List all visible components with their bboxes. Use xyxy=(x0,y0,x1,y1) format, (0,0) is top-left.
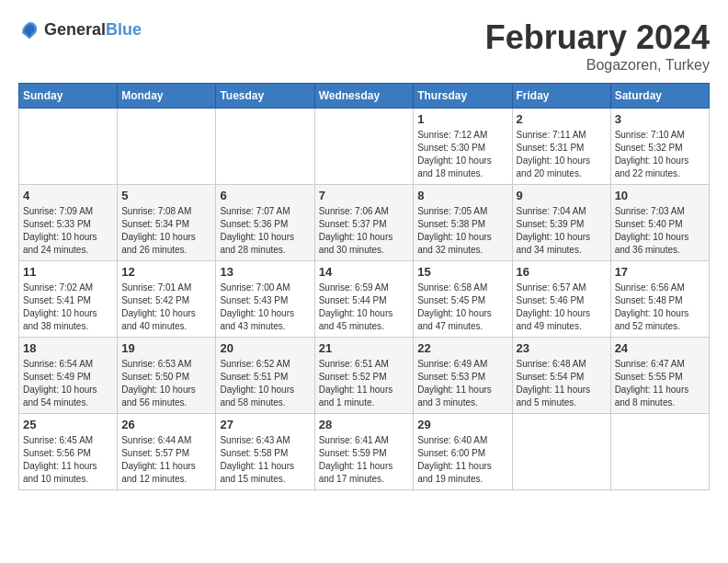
day-info: Sunrise: 6:49 AMSunset: 5:53 PMDaylight:… xyxy=(417,358,507,409)
weekday-row: SundayMondayTuesdayWednesdayThursdayFrid… xyxy=(19,84,710,109)
calendar-cell: 19Sunrise: 6:53 AMSunset: 5:50 PMDayligh… xyxy=(118,338,216,414)
calendar-table: SundayMondayTuesdayWednesdayThursdayFrid… xyxy=(18,83,710,490)
calendar-cell xyxy=(118,109,216,185)
calendar-body: 1Sunrise: 7:12 AMSunset: 5:30 PMDaylight… xyxy=(19,109,710,490)
day-number: 26 xyxy=(121,418,211,431)
calendar-cell: 22Sunrise: 6:49 AMSunset: 5:53 PMDayligh… xyxy=(414,338,512,414)
calendar-cell: 12Sunrise: 7:01 AMSunset: 5:42 PMDayligh… xyxy=(118,261,216,338)
title-block: February 2024 Bogazoren, Turkey xyxy=(485,18,710,74)
day-info: Sunrise: 6:41 AMSunset: 5:59 PMDaylight:… xyxy=(319,434,410,486)
day-info: Sunrise: 6:40 AMSunset: 6:00 PMDaylight:… xyxy=(417,434,507,486)
day-number: 12 xyxy=(121,265,211,279)
day-number: 3 xyxy=(615,112,705,126)
day-number: 9 xyxy=(517,189,607,202)
calendar-cell: 26Sunrise: 6:44 AMSunset: 5:57 PMDayligh… xyxy=(118,414,216,490)
day-info: Sunrise: 6:53 AMSunset: 5:50 PMDaylight:… xyxy=(121,358,211,409)
day-info: Sunrise: 7:09 AMSunset: 5:33 PMDaylight:… xyxy=(23,205,113,257)
weekday-header: Wednesday xyxy=(314,84,414,109)
day-number: 23 xyxy=(517,341,607,355)
day-info: Sunrise: 6:44 AMSunset: 5:57 PMDaylight:… xyxy=(121,434,211,486)
day-info: Sunrise: 6:43 AMSunset: 5:58 PMDaylight:… xyxy=(220,434,310,486)
calendar-cell: 28Sunrise: 6:41 AMSunset: 5:59 PMDayligh… xyxy=(314,414,414,490)
calendar-week-row: 1Sunrise: 7:12 AMSunset: 5:30 PMDaylight… xyxy=(19,109,710,185)
day-info: Sunrise: 7:06 AMSunset: 5:37 PMDaylight:… xyxy=(319,205,410,257)
day-info: Sunrise: 7:08 AMSunset: 5:34 PMDaylight:… xyxy=(121,205,211,257)
calendar-cell xyxy=(314,109,414,185)
day-info: Sunrise: 7:02 AMSunset: 5:41 PMDaylight:… xyxy=(23,282,113,333)
calendar-cell: 29Sunrise: 6:40 AMSunset: 6:00 PMDayligh… xyxy=(414,414,512,490)
calendar-cell: 8Sunrise: 7:05 AMSunset: 5:38 PMDaylight… xyxy=(414,185,512,261)
calendar-cell: 25Sunrise: 6:45 AMSunset: 5:56 PMDayligh… xyxy=(19,414,118,490)
calendar-cell xyxy=(610,414,709,490)
calendar-cell: 27Sunrise: 6:43 AMSunset: 5:58 PMDayligh… xyxy=(216,414,314,490)
weekday-header: Thursday xyxy=(414,84,512,109)
day-info: Sunrise: 6:45 AMSunset: 5:56 PMDaylight:… xyxy=(23,434,113,486)
day-info: Sunrise: 7:03 AMSunset: 5:40 PMDaylight:… xyxy=(615,205,705,257)
weekday-header: Tuesday xyxy=(216,84,314,109)
calendar-week-row: 18Sunrise: 6:54 AMSunset: 5:49 PMDayligh… xyxy=(19,338,710,414)
weekday-header: Monday xyxy=(118,84,216,109)
day-number: 5 xyxy=(121,189,211,202)
day-info: Sunrise: 6:51 AMSunset: 5:52 PMDaylight:… xyxy=(319,358,410,409)
day-number: 18 xyxy=(23,341,113,355)
day-number: 27 xyxy=(220,418,310,431)
calendar-cell: 6Sunrise: 7:07 AMSunset: 5:36 PMDaylight… xyxy=(216,185,314,261)
logo: GeneralBlue xyxy=(18,18,142,40)
calendar-week-row: 25Sunrise: 6:45 AMSunset: 5:56 PMDayligh… xyxy=(19,414,710,490)
day-info: Sunrise: 7:04 AMSunset: 5:39 PMDaylight:… xyxy=(517,205,607,257)
calendar-cell: 18Sunrise: 6:54 AMSunset: 5:49 PMDayligh… xyxy=(19,338,118,414)
day-number: 15 xyxy=(417,265,507,279)
calendar-cell: 9Sunrise: 7:04 AMSunset: 5:39 PMDaylight… xyxy=(512,185,610,261)
calendar-cell xyxy=(512,414,610,490)
day-number: 7 xyxy=(319,189,410,202)
day-number: 4 xyxy=(23,189,113,202)
day-info: Sunrise: 6:52 AMSunset: 5:51 PMDaylight:… xyxy=(220,358,310,409)
weekday-header: Sunday xyxy=(19,84,118,109)
subtitle: Bogazoren, Turkey xyxy=(485,57,710,74)
day-info: Sunrise: 7:12 AMSunset: 5:30 PMDaylight:… xyxy=(417,129,507,180)
day-number: 2 xyxy=(517,112,607,126)
calendar-cell: 13Sunrise: 7:00 AMSunset: 5:43 PMDayligh… xyxy=(216,261,314,338)
day-number: 8 xyxy=(417,189,507,202)
day-number: 17 xyxy=(615,265,705,279)
calendar-cell: 16Sunrise: 6:57 AMSunset: 5:46 PMDayligh… xyxy=(512,261,610,338)
day-info: Sunrise: 6:54 AMSunset: 5:49 PMDaylight:… xyxy=(23,358,113,409)
calendar-cell: 14Sunrise: 6:59 AMSunset: 5:44 PMDayligh… xyxy=(314,261,414,338)
day-info: Sunrise: 7:10 AMSunset: 5:32 PMDaylight:… xyxy=(615,129,705,180)
day-number: 10 xyxy=(615,189,705,202)
logo-icon xyxy=(18,18,40,40)
logo-text: GeneralBlue xyxy=(44,20,142,40)
day-number: 11 xyxy=(23,265,113,279)
calendar-header: SundayMondayTuesdayWednesdayThursdayFrid… xyxy=(19,84,710,109)
day-number: 21 xyxy=(319,341,410,355)
calendar-week-row: 4Sunrise: 7:09 AMSunset: 5:33 PMDaylight… xyxy=(19,185,710,261)
calendar-cell: 4Sunrise: 7:09 AMSunset: 5:33 PMDaylight… xyxy=(19,185,118,261)
day-number: 22 xyxy=(417,341,507,355)
day-info: Sunrise: 7:00 AMSunset: 5:43 PMDaylight:… xyxy=(220,282,310,333)
calendar-week-row: 11Sunrise: 7:02 AMSunset: 5:41 PMDayligh… xyxy=(19,261,710,338)
logo-general: General xyxy=(44,20,106,39)
calendar-cell: 7Sunrise: 7:06 AMSunset: 5:37 PMDaylight… xyxy=(314,185,414,261)
calendar-cell: 21Sunrise: 6:51 AMSunset: 5:52 PMDayligh… xyxy=(314,338,414,414)
calendar-cell: 17Sunrise: 6:56 AMSunset: 5:48 PMDayligh… xyxy=(610,261,709,338)
day-number: 29 xyxy=(417,418,507,431)
calendar-cell: 20Sunrise: 6:52 AMSunset: 5:51 PMDayligh… xyxy=(216,338,314,414)
day-number: 14 xyxy=(319,265,410,279)
day-info: Sunrise: 7:07 AMSunset: 5:36 PMDaylight:… xyxy=(220,205,310,257)
day-number: 6 xyxy=(220,189,310,202)
day-info: Sunrise: 6:48 AMSunset: 5:54 PMDaylight:… xyxy=(517,358,607,409)
calendar-cell: 24Sunrise: 6:47 AMSunset: 5:55 PMDayligh… xyxy=(610,338,709,414)
calendar-cell: 5Sunrise: 7:08 AMSunset: 5:34 PMDaylight… xyxy=(118,185,216,261)
day-number: 20 xyxy=(220,341,310,355)
calendar-cell xyxy=(19,109,118,185)
day-info: Sunrise: 7:11 AMSunset: 5:31 PMDaylight:… xyxy=(517,129,607,180)
day-number: 16 xyxy=(517,265,607,279)
day-number: 25 xyxy=(23,418,113,431)
calendar-cell xyxy=(216,109,314,185)
weekday-header: Friday xyxy=(512,84,610,109)
day-info: Sunrise: 6:57 AMSunset: 5:46 PMDaylight:… xyxy=(517,282,607,333)
day-number: 24 xyxy=(615,341,705,355)
day-number: 28 xyxy=(319,418,410,431)
day-info: Sunrise: 6:56 AMSunset: 5:48 PMDaylight:… xyxy=(615,282,705,333)
logo-blue: Blue xyxy=(106,20,142,39)
